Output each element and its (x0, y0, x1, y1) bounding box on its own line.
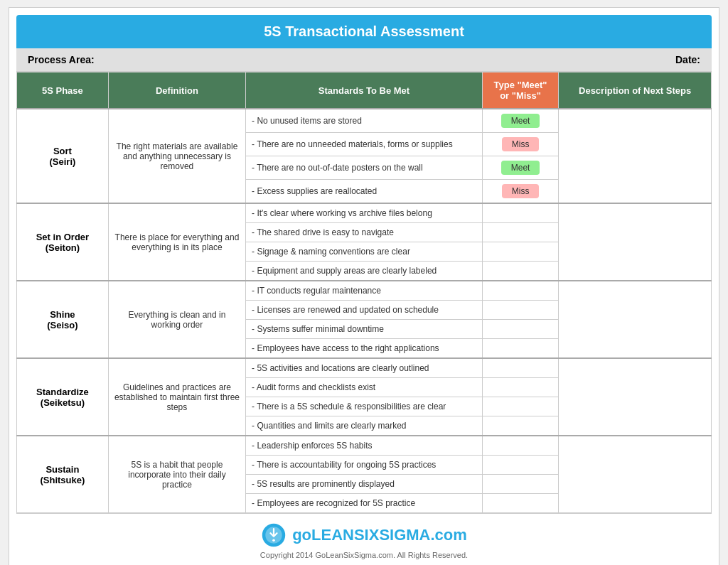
definition-cell: There is place for everything and everyt… (108, 203, 245, 281)
footer-logo: goLEANSIXSIGMA.com (25, 522, 703, 548)
meet-miss-cell[interactable] (482, 223, 558, 242)
meet-miss-cell[interactable] (482, 436, 558, 456)
standard-item: - Audit forms and checklists exist (246, 378, 483, 397)
definition-cell: 5S is a habit that people incorporate in… (108, 436, 245, 513)
standard-item: - It's clear where working vs archive fi… (246, 203, 483, 223)
standard-item: - 5S results are prominently displayed (246, 475, 483, 494)
brand-name: LEANSIXSIGMA (311, 526, 430, 544)
footer-brand: goLEANSIXSIGMA.com (292, 526, 467, 544)
next-steps-cell[interactable] (559, 109, 712, 203)
next-steps-cell[interactable] (559, 281, 712, 358)
next-steps-cell[interactable] (559, 358, 712, 436)
definition-cell: Guidelines and practices are established… (108, 358, 245, 436)
page-wrapper: 5S Transactional Assessment Process Area… (9, 7, 719, 565)
meet-miss-cell[interactable] (482, 262, 558, 281)
standard-item: - Licenses are renewed and updated on sc… (246, 301, 483, 320)
meet-miss-cell[interactable] (482, 301, 558, 320)
meet-miss-cell[interactable] (482, 416, 558, 436)
table-header-row: 5S Phase Definition Standards To Be Met … (17, 72, 712, 109)
meet-miss-cell[interactable] (482, 475, 558, 494)
meet-miss-cell[interactable] (482, 320, 558, 339)
header-standards: Standards To Be Met (246, 72, 483, 109)
assessment-table: 5S Phase Definition Standards To Be Met … (16, 72, 712, 513)
standard-item: - IT conducts regular maintenance (246, 281, 483, 301)
standard-item: - Employees have access to the right app… (246, 339, 483, 359)
next-steps-cell[interactable] (559, 203, 712, 281)
standard-item: - Leadership enforces 5S habits (246, 436, 483, 456)
phase-cell: Standardize (Seiketsu) (17, 358, 109, 436)
meet-miss-cell[interactable] (482, 281, 558, 301)
standard-item: - Signage & naming conventions are clear (246, 242, 483, 262)
meet-badge: Meet (501, 114, 540, 128)
page-title: 5S Transactional Assessment (16, 15, 712, 48)
standard-item: - Quantities and limits are clearly mark… (246, 416, 483, 436)
miss-badge: Miss (502, 184, 540, 198)
definition-cell: The right materials are available and an… (108, 109, 245, 203)
definition-cell: Everything is clean and in working order (108, 281, 245, 358)
miss-badge: Miss (502, 137, 540, 151)
table-row: Sort (Seiri)The right materials are avai… (17, 109, 712, 133)
standard-item: - There is accountability for ongoing 5S… (246, 456, 483, 475)
standard-item: - 5S activities and locations are clearl… (246, 358, 483, 378)
standard-item: - There is a 5S schedule & responsibilit… (246, 397, 483, 416)
meet-miss-cell[interactable] (482, 203, 558, 223)
brand-suffix: .com (431, 526, 467, 544)
table-row: Standardize (Seiketsu)Guidelines and pra… (17, 358, 712, 378)
meet-miss-cell[interactable]: Meet (482, 109, 558, 133)
header-phase: 5S Phase (17, 72, 109, 109)
date-label: Date: (675, 54, 700, 65)
meet-miss-cell[interactable]: Miss (482, 133, 558, 156)
phase-cell: Sort (Seiri) (17, 109, 109, 203)
header-definition: Definition (108, 72, 245, 109)
header-type: Type "Meet" or "Miss" (482, 72, 558, 109)
standard-item: - There are no unneeded materials, forms… (246, 133, 483, 156)
table-row: Sustain (Shitsuke)5S is a habit that peo… (17, 436, 712, 456)
standard-item: - Systems suffer minimal downtime (246, 320, 483, 339)
standard-item: - There are no out-of-date posters on th… (246, 156, 483, 180)
meet-miss-cell[interactable] (482, 397, 558, 416)
meet-badge: Meet (501, 161, 540, 175)
meet-miss-cell[interactable] (482, 339, 558, 359)
meet-miss-cell[interactable]: Meet (482, 156, 558, 180)
meet-miss-cell[interactable] (482, 378, 558, 397)
meet-miss-cell[interactable] (482, 494, 558, 513)
phase-cell: Set in Order (Seiton) (17, 203, 109, 281)
standard-item: - The shared drive is easy to navigate (246, 223, 483, 242)
phase-cell: Sustain (Shitsuke) (17, 436, 109, 513)
glss-icon (261, 522, 287, 548)
footer: goLEANSIXSIGMA.com Copyright 2014 GoLean… (16, 513, 712, 565)
standard-item: - No unused items are stored (246, 109, 483, 133)
standard-item: - Equipment and supply areas are clearly… (246, 262, 483, 281)
meta-row: Process Area: Date: (16, 48, 712, 72)
meet-miss-cell[interactable] (482, 242, 558, 262)
table-row: Set in Order (Seiton)There is place for … (17, 203, 712, 223)
brand-prefix: go (292, 526, 311, 544)
meet-miss-cell[interactable]: Miss (482, 180, 558, 204)
table-row: Shine (Seiso)Everything is clean and in … (17, 281, 712, 301)
meet-miss-cell[interactable] (482, 456, 558, 475)
process-area-label: Process Area: (28, 54, 95, 65)
footer-copyright: Copyright 2014 GoLeanSixSigma.com. All R… (25, 551, 703, 559)
standard-item: - Excess supplies are reallocated (246, 180, 483, 204)
svg-point-2 (272, 539, 275, 542)
meet-miss-cell[interactable] (482, 358, 558, 378)
next-steps-cell[interactable] (559, 436, 712, 513)
standard-item: - Employees are recognized for 5S practi… (246, 494, 483, 513)
phase-cell: Shine (Seiso) (17, 281, 109, 358)
header-next-steps: Description of Next Steps (559, 72, 712, 109)
